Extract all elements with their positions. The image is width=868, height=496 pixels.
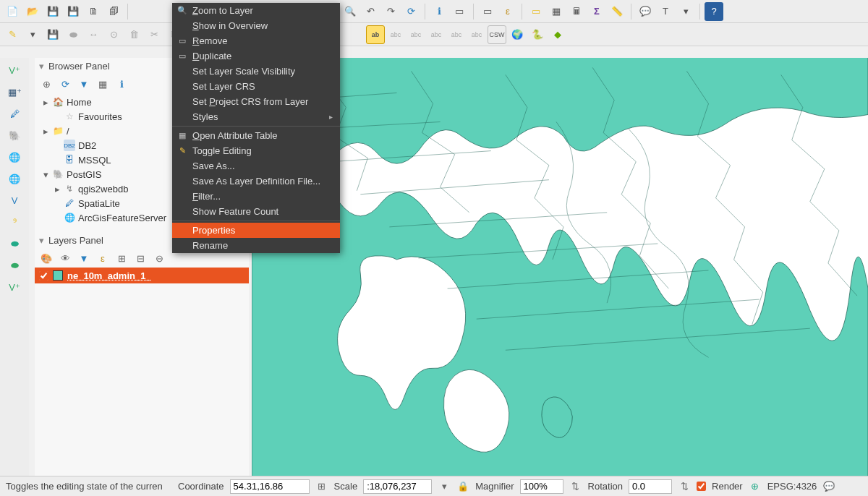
menu-item-set-layer-crs[interactable]: Set Layer CRS bbox=[172, 79, 340, 94]
render-checkbox[interactable] bbox=[697, 482, 706, 491]
label-tool-icon[interactable]: abc bbox=[386, 25, 405, 44]
crs-label[interactable]: EPSG:4326 bbox=[767, 481, 817, 492]
label-tool-icon[interactable]: abc bbox=[427, 25, 446, 44]
dropdown-icon[interactable]: ▾ bbox=[23, 25, 42, 44]
scale-dropdown-icon[interactable]: ▾ bbox=[438, 480, 451, 493]
label-tool-icon[interactable]: abc bbox=[467, 25, 486, 44]
add-wms-icon[interactable]: 🌐 bbox=[5, 147, 24, 166]
add-feature-icon[interactable]: ⬬ bbox=[64, 25, 82, 44]
deselect-icon[interactable]: ▭ bbox=[478, 2, 497, 21]
map-tips-icon[interactable]: 💬 bbox=[636, 2, 655, 21]
crs-icon[interactable]: ⊕ bbox=[749, 480, 762, 493]
rotation-input[interactable] bbox=[629, 479, 672, 494]
node-tool-icon[interactable]: ⊙ bbox=[104, 25, 123, 44]
expression-filter-icon[interactable]: ε bbox=[94, 250, 111, 266]
coord-input[interactable] bbox=[230, 479, 310, 494]
filter-legend-icon[interactable]: ▼ bbox=[75, 250, 93, 266]
stepper-icon[interactable]: ⇅ bbox=[678, 480, 691, 493]
field-calc-icon[interactable]: 🖩 bbox=[567, 2, 586, 21]
new-shapefile-icon[interactable]: V⁺ bbox=[5, 278, 24, 296]
menu-item-remove[interactable]: ▭Remove bbox=[172, 33, 340, 48]
refresh-icon[interactable]: ⟳ bbox=[401, 2, 420, 21]
help-icon[interactable]: ? bbox=[705, 2, 723, 21]
magnifier-input[interactable] bbox=[520, 479, 563, 494]
properties-icon[interactable]: ℹ bbox=[113, 76, 130, 92]
dropdown-icon[interactable]: ▾ bbox=[676, 2, 695, 21]
new-print-composer-icon[interactable]: 🗎 bbox=[84, 2, 103, 21]
zoom-next-icon[interactable]: ↷ bbox=[381, 2, 400, 21]
menu-item-set-layer-scale-visibility[interactable]: Set Layer Scale Visibility bbox=[172, 64, 340, 79]
move-feature-icon[interactable]: ↔ bbox=[84, 25, 103, 44]
expand-all-icon[interactable]: ⊞ bbox=[113, 250, 130, 266]
filter-browser-icon[interactable]: ▼ bbox=[75, 76, 93, 92]
menu-item-show-feature-count[interactable]: Show Feature Count bbox=[172, 204, 340, 219]
attribute-table-icon[interactable]: ▦ bbox=[547, 2, 566, 21]
add-layer-icon[interactable]: ⊕ bbox=[38, 76, 55, 92]
menu-item-show-in-overview[interactable]: Show in Overview bbox=[172, 18, 340, 33]
expression-icon[interactable]: ε bbox=[498, 2, 517, 21]
identify-icon[interactable]: ℹ bbox=[430, 2, 448, 21]
csw-icon[interactable]: CSW bbox=[488, 25, 506, 44]
osm-icon[interactable]: ◆ bbox=[548, 25, 567, 44]
globe-icon[interactable]: 🌍 bbox=[508, 25, 527, 44]
refresh-browser-icon[interactable]: ⟳ bbox=[56, 76, 74, 92]
menu-item-save-as-layer-definition-file[interactable]: Save As Layer Definition File... bbox=[172, 174, 340, 189]
edit-pencil-icon[interactable]: ✎ bbox=[3, 25, 22, 44]
tree-arrow-icon[interactable]: ▸ bbox=[42, 126, 49, 137]
collapse-icon[interactable]: ▾ bbox=[39, 235, 44, 246]
add-gps-icon[interactable]: ⬬ bbox=[5, 234, 24, 253]
collapse-icon[interactable]: ▾ bbox=[39, 61, 44, 72]
layer-visibility-checkbox[interactable] bbox=[39, 271, 48, 281]
tree-arrow-icon[interactable]: ▸ bbox=[54, 184, 61, 194]
cut-icon[interactable]: ✂ bbox=[145, 25, 163, 44]
add-csv-icon[interactable]: ⁹ bbox=[5, 213, 24, 231]
visibility-icon[interactable]: 👁 bbox=[56, 250, 74, 266]
label-tool-icon[interactable]: abc bbox=[407, 25, 425, 44]
tree-arrow-icon[interactable]: ▸ bbox=[42, 97, 49, 108]
add-raster-icon[interactable]: ▦⁺ bbox=[5, 82, 24, 101]
menu-item-rename[interactable]: Rename bbox=[172, 238, 340, 253]
layer-row[interactable]: ne_10m_admin_1_ bbox=[35, 268, 249, 283]
menu-item-open-attribute-table[interactable]: ▦Open Attribute Table bbox=[172, 128, 340, 143]
add-vector-icon[interactable]: V⁺ bbox=[5, 61, 24, 80]
new-project-icon[interactable]: 📄 bbox=[3, 2, 22, 21]
style-preset-icon[interactable]: 🎨 bbox=[38, 250, 55, 266]
menu-item-duplicate[interactable]: ▭Duplicate bbox=[172, 48, 340, 64]
menu-item-save-as[interactable]: Save As... bbox=[172, 158, 340, 174]
menu-item-zoom-to-layer[interactable]: 🔍Zoom to Layer bbox=[172, 3, 340, 18]
extents-toggle-icon[interactable]: ⊞ bbox=[315, 480, 328, 493]
label-abc-icon[interactable]: ab bbox=[366, 25, 385, 44]
add-oracle-icon[interactable]: ⬬ bbox=[5, 256, 24, 275]
collapse-all-icon[interactable]: ▦ bbox=[94, 76, 111, 92]
select-icon[interactable]: ▭ bbox=[450, 2, 469, 21]
lock-icon[interactable]: 🔒 bbox=[456, 480, 469, 493]
open-project-icon[interactable]: 📂 bbox=[23, 2, 42, 21]
messages-icon[interactable]: 💬 bbox=[822, 480, 835, 493]
add-wcs-icon[interactable]: 🌐 bbox=[5, 169, 24, 188]
add-postgis-icon[interactable]: 🐘 bbox=[5, 126, 24, 145]
save-as-icon[interactable]: 💾 bbox=[64, 2, 82, 21]
menu-item-styles[interactable]: Styles▸ bbox=[172, 109, 340, 124]
delete-icon[interactable]: 🗑 bbox=[124, 25, 143, 44]
composer-manager-icon[interactable]: 🗐 bbox=[104, 2, 123, 21]
annotation-icon[interactable]: T bbox=[656, 2, 675, 21]
add-spatialite-icon[interactable]: 🖉 bbox=[5, 104, 24, 123]
remove-layer-icon[interactable]: ⊖ bbox=[150, 250, 168, 266]
zoom-layer-icon[interactable]: 🔍 bbox=[341, 2, 359, 21]
tree-arrow-icon[interactable]: ▾ bbox=[42, 169, 49, 180]
statistics-icon[interactable]: Σ bbox=[587, 2, 606, 21]
menu-item-filter[interactable]: Filter... bbox=[172, 189, 340, 204]
stepper-icon[interactable]: ⇅ bbox=[569, 480, 582, 493]
collapse-all-icon[interactable]: ⊟ bbox=[132, 250, 149, 266]
measure-icon[interactable]: 📏 bbox=[608, 2, 626, 21]
add-wfs-icon[interactable]: V bbox=[5, 191, 24, 210]
scale-input[interactable] bbox=[363, 479, 432, 494]
zoom-last-icon[interactable]: ↶ bbox=[361, 2, 380, 21]
python-icon[interactable]: 🐍 bbox=[528, 25, 547, 44]
menu-item-toggle-editing[interactable]: ✎Toggle Editing bbox=[172, 143, 340, 158]
save-icon[interactable]: 💾 bbox=[43, 2, 62, 21]
map-canvas[interactable] bbox=[252, 58, 868, 476]
tips-icon[interactable]: ▭ bbox=[527, 2, 545, 21]
label-tool-icon[interactable]: abc bbox=[447, 25, 466, 44]
menu-item-properties[interactable]: Properties bbox=[172, 223, 340, 238]
